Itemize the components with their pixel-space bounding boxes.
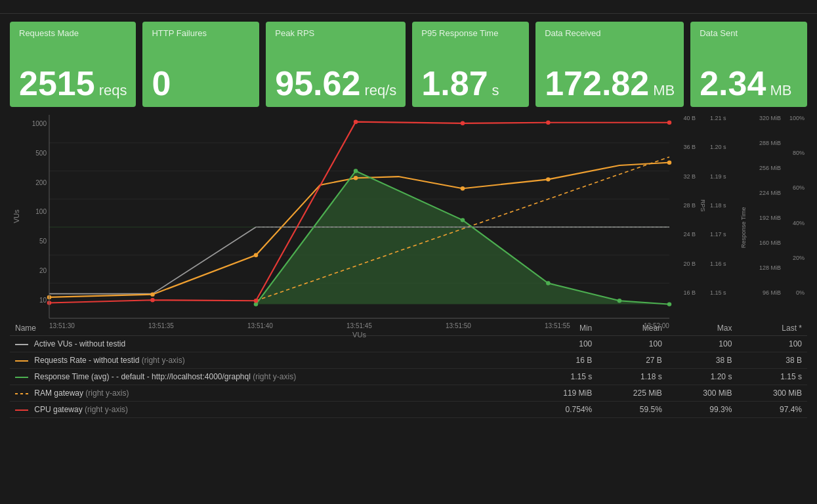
- y-tick-pct: 60%: [784, 184, 805, 191]
- stat-unit-5: MB: [770, 82, 791, 99]
- y-tick-left: 100: [23, 208, 47, 215]
- legend-min: 1.15 s: [528, 369, 598, 385]
- legend-min: 16 B: [528, 352, 598, 369]
- svg-point-19: [618, 299, 622, 303]
- legend-name: Requests Rate - without testid (right y-…: [10, 352, 528, 369]
- y-tick-rps: 20 B: [673, 261, 696, 267]
- legend-min: 0.754%: [528, 402, 598, 418]
- y-tick-pct: 100%: [784, 115, 805, 121]
- y-tick-resp: 1.18 s: [710, 202, 736, 209]
- legend-row: Requests Rate - without testid (right y-…: [10, 352, 807, 369]
- y-tick-mib: 224 MiB: [751, 190, 781, 196]
- legend-last: 300 MiB: [737, 385, 807, 402]
- main-chart: 13:51:3013:51:3513:51:4013:51:4513:51:50…: [49, 115, 669, 318]
- y-tick-resp: 1.16 s: [710, 261, 736, 267]
- stat-value-5: 2.34: [700, 66, 766, 100]
- legend-name: CPU gateway (right y-axis): [10, 402, 528, 418]
- stat-value-1: 0: [152, 66, 171, 100]
- y-tick-rps: 28 B: [673, 202, 696, 209]
- legend-row: RAM gateway (right y-axis) 119 MiB 225 M…: [10, 385, 807, 402]
- y-tick-pct: 0%: [784, 289, 805, 296]
- svg-point-16: [354, 169, 358, 173]
- y-axis-right-resp: 1.21 s1.20 s1.19 s1.18 s1.17 s1.16 s1.15…: [707, 115, 739, 318]
- legend-mean: 27 B: [597, 352, 667, 369]
- y-axis-right-rps: 40 B36 B32 B28 B24 B20 B16 B: [669, 115, 698, 318]
- legend-max: 300 MiB: [667, 385, 738, 402]
- stat-unit-4: MB: [653, 82, 675, 99]
- y-tick-rps: 16 B: [673, 289, 696, 296]
- stat-label-5: Data Sent: [700, 28, 798, 38]
- svg-point-14: [667, 160, 672, 164]
- legend-line-icon: [15, 344, 28, 345]
- stats-row: Requests Made 2515 reqs HTTP Failures 0 …: [0, 14, 817, 115]
- y-tick-left: 20: [23, 267, 47, 274]
- stat-card-1: HTTP Failures 0: [142, 22, 259, 107]
- svg-point-17: [461, 218, 465, 222]
- y-tick-mib: 160 MiB: [751, 240, 781, 246]
- y-tick-resp: 1.17 s: [710, 231, 736, 238]
- y-axis-right-rps-label: RPS: [698, 115, 707, 318]
- stat-value-4: 172.82: [545, 66, 649, 100]
- legend-min: 119 MiB: [528, 385, 598, 402]
- stat-unit-0: reqs: [99, 82, 127, 99]
- x-label: 13:51:30: [49, 322, 75, 329]
- y-tick-mib: 192 MiB: [751, 215, 781, 221]
- stat-card-0: Requests Made 2515 reqs: [10, 22, 136, 107]
- y-tick-mib: 96 MiB: [751, 289, 781, 296]
- svg-point-25: [461, 121, 465, 125]
- legend-mean: 225 MiB: [597, 385, 667, 402]
- y-tick-mib: 288 MiB: [751, 140, 781, 146]
- y-tick-rps: 40 B: [673, 115, 696, 121]
- svg-point-18: [546, 281, 551, 285]
- svg-point-10: [254, 253, 259, 257]
- stat-value-3: 1.87: [421, 66, 488, 100]
- x-label: 13:51:40: [247, 322, 273, 329]
- y-tick-pct: 80%: [784, 150, 805, 156]
- svg-point-11: [354, 176, 358, 180]
- chart-section: VUs 1000500200100502010: [0, 115, 817, 318]
- svg-point-12: [461, 186, 465, 190]
- x-label: 13:51:55: [545, 322, 570, 329]
- y-tick-resp: 1.20 s: [710, 144, 736, 150]
- y-tick-resp: 1.19 s: [710, 173, 736, 180]
- y-tick-pct: 40%: [784, 220, 805, 226]
- col-max: Max: [667, 321, 738, 336]
- x-axis-labels: 13:51:3013:51:3513:51:4013:51:4513:51:50…: [49, 321, 669, 329]
- x-label: 13:52:00: [644, 322, 669, 329]
- y-tick-left: 10: [23, 297, 47, 304]
- y-tick-mib: 128 MiB: [751, 264, 781, 271]
- legend-row: Response Time (avg) - - default - http:/…: [10, 369, 807, 385]
- svg-point-22: [150, 298, 155, 302]
- svg-point-9: [150, 292, 155, 296]
- y-axis-label-vus: VUs: [10, 115, 23, 318]
- legend-last: 97.4%: [737, 402, 807, 418]
- svg-point-23: [254, 299, 259, 303]
- legend-name: Response Time (avg) - - default - http:/…: [10, 369, 528, 385]
- svg-point-20: [667, 302, 672, 306]
- stat-unit-2: req/s: [364, 82, 396, 99]
- y-tick-left: 200: [23, 179, 47, 186]
- y-tick-resp: 1.21 s: [710, 115, 736, 121]
- y-tick-left: 50: [23, 238, 47, 245]
- svg-point-27: [667, 121, 672, 125]
- stat-card-5: Data Sent 2.34 MB: [690, 22, 807, 107]
- stat-label-0: Requests Made: [19, 28, 127, 38]
- legend-mean: 59.5%: [597, 402, 667, 418]
- y-tick-pct: 20%: [784, 255, 805, 261]
- legend-last: 38 B: [737, 352, 807, 369]
- legend-line-icon: [15, 410, 28, 411]
- chart-svg: [49, 115, 669, 318]
- header: [0, 0, 817, 14]
- svg-point-24: [354, 119, 358, 123]
- y-axis-right-pct: 100%80%60%40%20%0%: [784, 115, 807, 318]
- legend-line-icon: [15, 377, 28, 378]
- legend-max: 99.3%: [667, 402, 738, 418]
- x-axis-title: VUs: [49, 331, 669, 339]
- svg-point-13: [546, 177, 551, 181]
- svg-point-26: [546, 121, 551, 125]
- legend-last: 1.15 s: [737, 369, 807, 385]
- x-label: 13:51:45: [346, 322, 372, 329]
- y-tick-left: 500: [23, 150, 47, 157]
- legend-line-icon: [15, 393, 28, 394]
- legend-row: CPU gateway (right y-axis) 0.754% 59.5% …: [10, 402, 807, 418]
